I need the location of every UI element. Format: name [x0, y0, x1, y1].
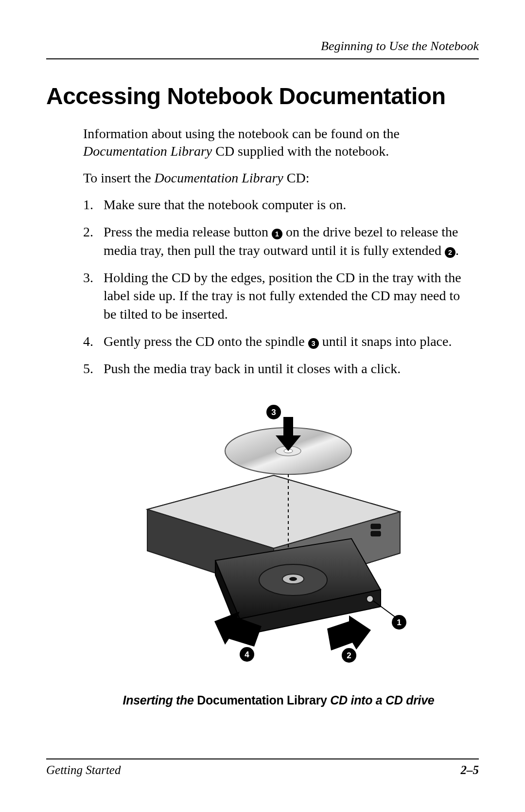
- step-item: Make sure that the notebook computer is …: [83, 196, 474, 214]
- lead-paragraph: To insert the Documentation Library CD:: [83, 169, 474, 187]
- emphasis: Documentation Library: [155, 170, 283, 185]
- callout-1: 1: [397, 618, 401, 627]
- text: To insert the: [83, 170, 155, 185]
- text: Information about using the notebook can…: [83, 126, 400, 141]
- callout-badge-3: 3: [308, 338, 319, 349]
- steps-list: Make sure that the notebook computer is …: [83, 196, 474, 378]
- callout-badge-1: 1: [272, 229, 282, 239]
- step-item: Holding the CD by the edges, position th…: [83, 269, 474, 324]
- emphasis: Documentation Library: [83, 144, 212, 159]
- footer-right: 2–5: [461, 763, 479, 777]
- footer-divider: [46, 758, 479, 759]
- svg-rect-5: [371, 531, 381, 536]
- footer-left: Getting Started: [46, 763, 121, 777]
- callout-3: 3: [271, 408, 276, 417]
- svg-point-16: [289, 577, 297, 581]
- text: Inserting the: [123, 693, 197, 707]
- figure-caption: Inserting the Documentation Library CD i…: [83, 693, 474, 707]
- step-item: Press the media release button 1 on the …: [83, 223, 474, 260]
- page-title: Accessing Notebook Documentation: [46, 83, 479, 109]
- text: CD supplied with the notebook.: [212, 144, 389, 159]
- step-item: Gently press the CD onto the spindle 3 u…: [83, 332, 474, 351]
- svg-rect-4: [371, 524, 381, 529]
- callout-badge-2: 2: [445, 247, 455, 258]
- text: .: [455, 243, 459, 258]
- cd-drive-illustration: 3 1: [128, 397, 429, 670]
- step-item: Push the media tray back in until it clo…: [83, 360, 474, 378]
- text: Gently press the CD onto the spindle: [104, 334, 308, 349]
- callout-2: 2: [347, 651, 351, 660]
- svg-marker-19: [327, 615, 371, 650]
- text: Press the media release button: [104, 224, 272, 239]
- text: CD into a CD drive: [327, 693, 435, 707]
- running-head: Beginning to Use the Notebook: [46, 39, 479, 54]
- svg-point-17: [367, 595, 373, 602]
- intro-paragraph: Information about using the notebook can…: [83, 125, 474, 161]
- text: Push the media tray back in until it clo…: [104, 361, 401, 376]
- arrow-right-icon: [327, 615, 371, 650]
- text: CD:: [283, 170, 310, 185]
- leader-line-1: [373, 601, 398, 619]
- page-footer: Getting Started 2–5: [46, 758, 479, 777]
- callout-4: 4: [245, 650, 249, 659]
- text: Documentation Library: [197, 693, 327, 707]
- text: Holding the CD by the edges, position th…: [104, 270, 461, 322]
- figure: 3 1: [83, 393, 474, 675]
- text: until it snaps into place.: [319, 334, 452, 349]
- text: Make sure that the notebook computer is …: [104, 197, 346, 212]
- header-divider: [46, 58, 479, 59]
